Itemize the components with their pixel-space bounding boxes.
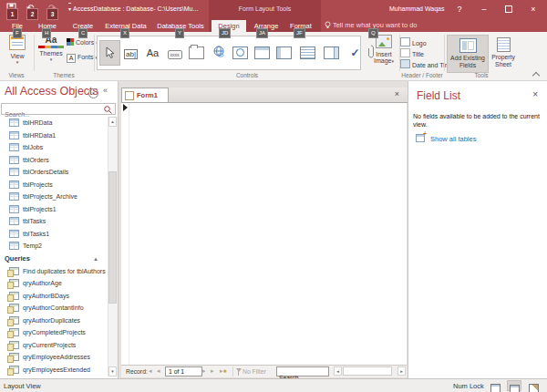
hscroll-thumb[interactable] bbox=[343, 366, 392, 376]
themes-group-label: Themes bbox=[35, 72, 93, 78]
minimize-icon[interactable]: – bbox=[478, 5, 490, 15]
subform-control-icon[interactable] bbox=[274, 40, 294, 64]
title-button[interactable]: Title bbox=[400, 48, 424, 57]
queries-list: Find duplicates for tblAuthors qryAuthor… bbox=[0, 265, 108, 377]
fonts-button[interactable]: A Fonts ▾ bbox=[67, 54, 98, 63]
form-view-button[interactable] bbox=[488, 380, 502, 391]
query-item[interactable]: qryEmployeesExtended bbox=[0, 364, 108, 377]
table-item-label: tblHRData1 bbox=[23, 132, 56, 139]
select-pointer-icon[interactable] bbox=[99, 40, 120, 66]
table-item[interactable]: tblHRData bbox=[0, 117, 108, 129]
text-box-icon[interactable]: ab| bbox=[121, 40, 140, 64]
query-item[interactable]: qryAuthorDuplicates bbox=[0, 315, 108, 327]
table-icon bbox=[9, 205, 19, 213]
insert-image-label-2: Image bbox=[374, 57, 391, 64]
horizontal-scrollbar[interactable]: ◂ ▸ bbox=[333, 366, 407, 377]
nav-pane-menu-icon[interactable]: ▾ bbox=[88, 88, 98, 98]
view-dropdown-icon[interactable]: ▾ bbox=[5, 59, 29, 65]
user-account[interactable]: Muhammad Waqas bbox=[389, 5, 444, 12]
collapse-section-icon[interactable]: ▲ bbox=[93, 256, 98, 262]
table-item[interactable]: tblOrdersDetails bbox=[0, 166, 108, 179]
scroll-down-icon[interactable]: ▼ bbox=[108, 366, 117, 377]
query-item[interactable]: qryAuthorBDays bbox=[0, 290, 108, 303]
query-item[interactable]: Find duplicates for tblAuthors bbox=[0, 265, 108, 278]
document-tab-label: Form1 bbox=[137, 91, 158, 99]
status-bar: Layout View Num Lock bbox=[0, 378, 547, 392]
customize-qat-icon[interactable]: ▾ bbox=[68, 3, 71, 15]
table-icon bbox=[9, 181, 19, 189]
table-item[interactable]: tblOrders bbox=[0, 154, 108, 167]
label-control-icon[interactable]: Aa bbox=[143, 40, 162, 64]
no-filter-label[interactable]: No Filter bbox=[243, 368, 266, 375]
query-icon bbox=[9, 353, 19, 361]
query-icon bbox=[9, 292, 19, 300]
table-item[interactable]: tblTasks1 bbox=[0, 228, 108, 241]
keytip-arrange: JA bbox=[256, 28, 268, 38]
scroll-up-icon[interactable]: ▲ bbox=[108, 117, 117, 127]
maximize-icon[interactable] bbox=[502, 5, 515, 15]
group-separator bbox=[34, 35, 35, 71]
table-item[interactable]: tblHRData1 bbox=[0, 129, 108, 142]
query-item[interactable]: qryAuthorContantInfo bbox=[0, 302, 108, 315]
table-item-label: tblOrdersDetails bbox=[23, 169, 68, 175]
logo-button[interactable]: Logo bbox=[400, 37, 427, 46]
collapse-ribbon-icon[interactable] bbox=[533, 71, 540, 77]
layout-view-button[interactable] bbox=[507, 380, 521, 391]
table-item[interactable]: tblProjects_Archive bbox=[0, 191, 108, 203]
close-document-icon[interactable]: × bbox=[395, 89, 399, 98]
insert-image-button[interactable]: Insert Image▾ bbox=[369, 35, 398, 64]
query-item[interactable]: qryCurrentProjects bbox=[0, 339, 108, 352]
table-item[interactable]: tblProjects1 bbox=[0, 203, 108, 216]
themes-dropdown-icon[interactable]: ▾ bbox=[38, 57, 64, 62]
previous-record-icon[interactable]: ◂ bbox=[157, 367, 160, 375]
combo-box-icon[interactable] bbox=[322, 40, 341, 64]
date-time-button[interactable]: Date and Time bbox=[400, 59, 454, 68]
table-item[interactable]: tblJobs bbox=[0, 141, 108, 154]
close-icon[interactable]: × bbox=[527, 5, 540, 15]
logo-icon bbox=[400, 37, 410, 46]
table-item[interactable]: tblTasks bbox=[0, 215, 108, 228]
nav-pane-title[interactable]: All Access Objects bbox=[5, 85, 98, 98]
query-item[interactable]: qryEmployeeAddresses bbox=[0, 351, 108, 364]
queries-section-header[interactable]: Queries ▲ bbox=[0, 253, 108, 265]
help-button[interactable]: ? bbox=[453, 5, 466, 15]
nav-scrollbar[interactable]: ▲ ▼ bbox=[108, 117, 118, 377]
add-existing-fields-button[interactable]: Add Existing Fields bbox=[447, 35, 489, 73]
scroll-right-icon[interactable]: ▸ bbox=[397, 366, 406, 376]
check-box-icon[interactable]: ✓ bbox=[346, 40, 365, 64]
view-button[interactable]: View ▾ bbox=[5, 35, 29, 65]
insert-image-label-1: Insert bbox=[369, 51, 398, 57]
nav-search-box[interactable] bbox=[1, 103, 116, 115]
query-item[interactable]: qryAuthorAge bbox=[0, 277, 108, 290]
last-record-icon[interactable]: ▸ bbox=[211, 367, 214, 375]
document-tab-form1[interactable]: Form1 bbox=[121, 88, 169, 102]
close-field-list-icon[interactable]: × bbox=[532, 89, 538, 99]
show-all-tables-link[interactable]: Show all tables bbox=[430, 135, 476, 143]
record-search-box[interactable] bbox=[276, 366, 329, 377]
next-record-icon[interactable]: ▸ bbox=[202, 367, 206, 375]
first-record-icon[interactable]: ◂ bbox=[149, 367, 152, 375]
hyperlink-icon[interactable] bbox=[209, 40, 228, 64]
tab-control-icon[interactable] bbox=[187, 40, 206, 64]
navigation-pane: All Access Objects ▾ « tblHRData tblHRDa… bbox=[0, 81, 119, 378]
design-view-button[interactable] bbox=[526, 380, 541, 391]
form-canvas[interactable] bbox=[121, 103, 407, 365]
button-control-icon[interactable]: xxxx bbox=[165, 40, 184, 64]
form-view-icon bbox=[490, 384, 501, 392]
record-count-box[interactable]: 1 of 1 bbox=[165, 366, 202, 377]
property-sheet-button[interactable]: Property Sheet bbox=[490, 35, 517, 71]
scroll-left-icon[interactable]: ◂ bbox=[334, 366, 342, 376]
list-box-icon[interactable] bbox=[298, 40, 317, 64]
table-item[interactable]: Temp2 bbox=[0, 240, 108, 253]
new-record-icon[interactable]: ▸✱ bbox=[220, 367, 227, 375]
themes-button[interactable]: Aa Themes ▾ bbox=[38, 35, 64, 62]
controls-gallery: ab| Aa xxxx ✓ ▲ ▼ bbox=[97, 36, 361, 70]
navigation-control-icon[interactable] bbox=[253, 40, 272, 64]
web-browser-control-icon[interactable] bbox=[231, 40, 250, 64]
nav-scrollbar-thumb[interactable] bbox=[108, 171, 117, 304]
query-item[interactable]: qryCompletedProjects bbox=[0, 326, 108, 339]
keytip-create: C bbox=[78, 28, 88, 38]
table-item[interactable]: tblProjects bbox=[0, 179, 108, 191]
shutter-bar-close-icon[interactable]: « bbox=[103, 86, 108, 95]
design-view-icon bbox=[529, 384, 539, 392]
